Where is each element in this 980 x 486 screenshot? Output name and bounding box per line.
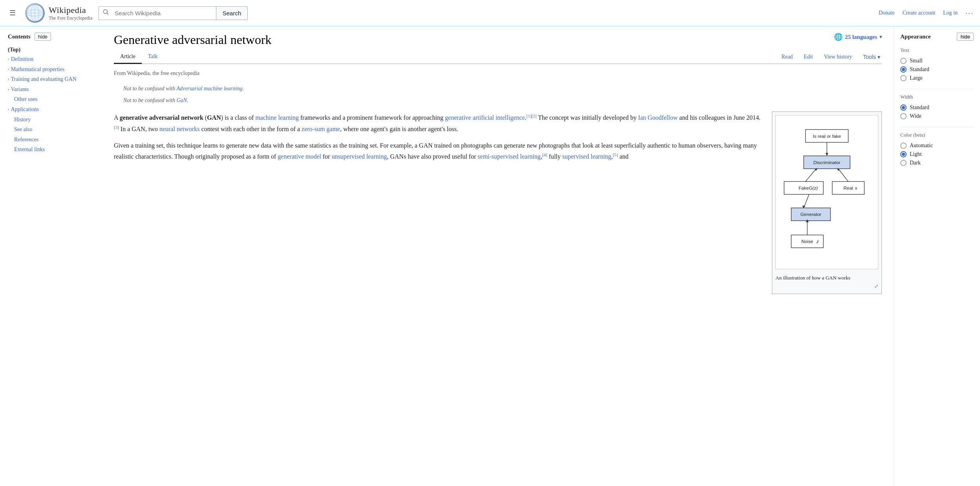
toc-item-see-also: See also (8, 124, 96, 135)
supervised-learning-link[interactable]: supervised learning (562, 153, 611, 160)
toc-link-mathematical-properties[interactable]: Mathematical properties (11, 66, 64, 73)
toc-item-variants: › Variants (8, 84, 96, 95)
toc-link-definition[interactable]: Definition (11, 55, 34, 63)
width-standard[interactable]: Standard (900, 103, 974, 112)
semi-supervised-learning-link[interactable]: semi-supervised learning (478, 153, 541, 160)
text-size-small[interactable]: Small (900, 57, 974, 65)
tools-menu-button[interactable]: Tools ▾ (861, 51, 882, 63)
chevron-right-icon: › (8, 76, 9, 81)
adversarial-ml-link[interactable]: Adversarial machine learning (176, 86, 242, 91)
tab-talk[interactable]: Talk (142, 50, 164, 64)
radio-color-automatic (900, 143, 907, 149)
radio-large (900, 75, 907, 81)
more-options-button[interactable]: ··· (965, 9, 974, 17)
width-standard-label: Standard (910, 104, 929, 111)
toc-link-history[interactable]: History (14, 116, 31, 124)
hamburger-button[interactable]: ☰ (6, 5, 19, 20)
color-automatic[interactable]: Automatic (900, 141, 974, 150)
text-label: Text (900, 47, 974, 53)
toc-link-references[interactable]: References (14, 136, 38, 144)
article-tabs: Article Talk Read Edit View history Tool… (114, 50, 882, 64)
neural-networks-link[interactable]: neural networks (159, 126, 200, 132)
width-wide[interactable]: Wide (900, 112, 974, 121)
svg-text:Real: Real (843, 185, 853, 191)
color-light-label: Light (910, 151, 921, 157)
wikipedia-logo[interactable]: Wikipedia The Free Encyclopedia (25, 3, 92, 23)
ian-goodfellow-link[interactable]: Ian Goodfellow (638, 114, 678, 121)
color-dark[interactable]: Dark (900, 159, 974, 167)
toc-top-link[interactable]: (Top) (8, 46, 96, 54)
expand-diagram-icon[interactable]: ⤢ (874, 283, 878, 289)
svg-marker-10 (825, 153, 828, 156)
chevron-right-icon: › (8, 56, 9, 61)
tab-article[interactable]: Article (114, 50, 142, 64)
toc-link-see-also[interactable]: See also (14, 126, 32, 133)
appearance-header: Appearance hide (900, 33, 974, 41)
tab-edit[interactable]: Edit (802, 51, 814, 63)
text-size-large-label: Large (910, 75, 922, 81)
hatnote-2: Not to be confused with GaN. (114, 95, 882, 106)
radio-width-wide (900, 113, 907, 119)
toc-hide-button[interactable]: hide (35, 33, 51, 41)
divider-1 (900, 89, 974, 89)
svg-text:z: z (816, 239, 819, 244)
tab-view-history[interactable]: View history (822, 51, 854, 63)
hatnote-1: Not to be confused with Adversarial mach… (114, 83, 882, 95)
toc-item-other-uses: Other uses (8, 94, 96, 104)
tab-read[interactable]: Read (780, 51, 794, 63)
svg-text:Is real or fake: Is real or fake (813, 133, 841, 139)
login-link[interactable]: Log in (943, 10, 958, 16)
ref-4-link[interactable]: [4] (542, 152, 547, 157)
color-light[interactable]: Light (900, 150, 974, 159)
zero-sum-game-link[interactable]: zero-sum game (302, 126, 340, 132)
create-account-link[interactable]: Create account (902, 10, 935, 16)
logo-subtitle: The Free Encyclopedia (49, 15, 92, 21)
chevron-right-icon: › (8, 66, 9, 71)
donate-link[interactable]: Donate (879, 10, 894, 16)
toc-item-definition: › Definition (8, 54, 96, 64)
header: ☰ Wikipedia The Free Encyclopedia Search (0, 0, 980, 26)
unsupervised-learning-link[interactable]: unsupervised learning (332, 153, 387, 160)
tabs-left: Article Talk (114, 50, 164, 64)
generative-model-link[interactable]: generative model (278, 153, 321, 160)
text-size-standard[interactable]: Standard (900, 65, 974, 74)
svg-text:x: x (854, 185, 858, 191)
radio-small (900, 58, 907, 64)
translate-icon: 🌐 (834, 33, 843, 41)
machine-learning-link[interactable]: machine learning (255, 114, 299, 121)
text-size-large[interactable]: Large (900, 74, 974, 82)
gan-diagram-box: Is real or fake Discriminator (772, 111, 882, 294)
ref-5-link[interactable]: [5] (613, 152, 618, 157)
ref-3-link[interactable]: [3] (114, 125, 119, 130)
toc-item-history: History (8, 115, 96, 125)
toc-link-applications[interactable]: Applications (11, 106, 39, 113)
search-input[interactable] (113, 7, 216, 20)
search-area: Search (99, 6, 248, 20)
search-button[interactable]: Search (216, 7, 248, 20)
generative-ai-link[interactable]: generative artificial intelligence (445, 114, 525, 121)
toc-link-variants[interactable]: Variants (11, 86, 29, 93)
toc-link-training[interactable]: Training and evaluating GAN (11, 75, 77, 83)
radio-width-standard (900, 104, 907, 111)
languages-button[interactable]: 🌐 25 languages ▾ (834, 33, 882, 41)
appearance-panel: Appearance hide Text Small Standard Larg… (894, 26, 980, 486)
chevron-down-icon: ▾ (879, 34, 882, 40)
article-text: Is real or fake Discriminator (114, 111, 882, 300)
toc-title: Contents (8, 33, 31, 40)
ref-1-link[interactable]: [1] (527, 113, 532, 118)
appearance-hide-button[interactable]: hide (957, 33, 974, 41)
toc-link-other-uses[interactable]: Other uses (14, 95, 38, 103)
table-of-contents: Contents hide (Top) › Definition › Mathe… (0, 26, 102, 486)
page-container: Contents hide (Top) › Definition › Mathe… (0, 26, 980, 486)
gan-link[interactable]: GaN (177, 97, 187, 103)
chevron-right-icon: › (8, 106, 9, 111)
article-title-row: Generative adversarial network 🌐 25 lang… (114, 33, 882, 47)
toc-item-mathematical-properties: › Mathematical properties (8, 64, 96, 75)
tabs-right: Read Edit View history Tools ▾ (780, 51, 882, 63)
toc-item-training: › Training and evaluating GAN (8, 74, 96, 84)
toc-item-external-links: External links (8, 144, 96, 155)
color-automatic-label: Automatic (910, 143, 933, 149)
globe-icon (25, 3, 45, 23)
toc-link-external-links[interactable]: External links (14, 146, 45, 153)
ref-2-link[interactable]: [2] (532, 113, 537, 118)
